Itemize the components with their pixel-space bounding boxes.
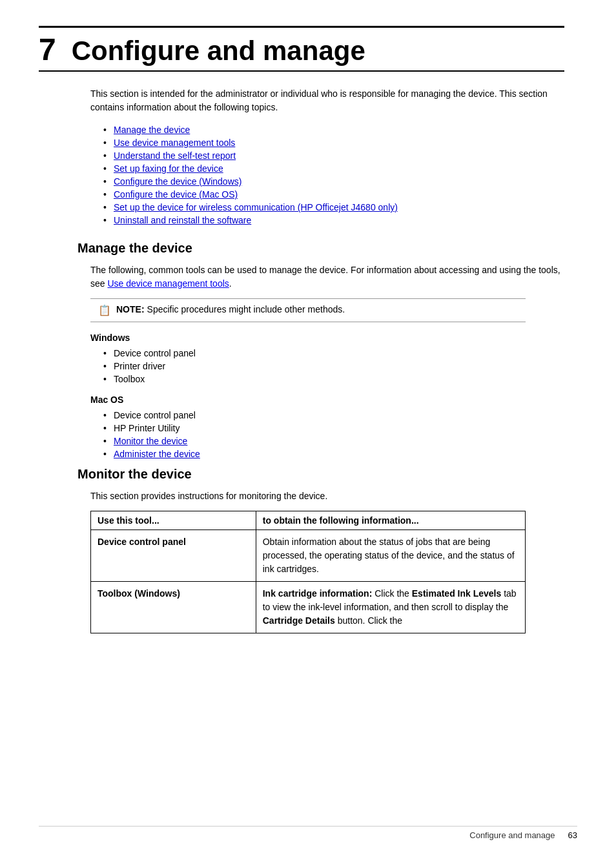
ink-cartridge-text3: button. Click the: [338, 615, 402, 626]
manage-description: The following, common tools can be used …: [90, 263, 564, 291]
list-item: Monitor the device: [103, 436, 564, 446]
intro-paragraph: This section is intended for the adminis…: [90, 87, 564, 114]
administer-device-link[interactable]: Administer the device: [114, 449, 200, 459]
monitor-heading: Monitor the device: [77, 467, 564, 482]
manage-desc-part2: .: [229, 278, 232, 289]
page-container: 7 Configure and manage This section is i…: [0, 0, 616, 672]
macos-heading: Mac OS: [90, 395, 564, 405]
toc-link-manage[interactable]: Manage the device: [114, 125, 190, 135]
monitor-table: Use this tool... to obtain the following…: [90, 511, 526, 633]
list-item: Configure the device (Windows): [103, 176, 564, 187]
table-row: Device control panel Obtain information …: [91, 530, 526, 582]
toc-link-configmac[interactable]: Configure the device (Mac OS): [114, 189, 238, 200]
chapter-title: Configure and manage: [72, 37, 365, 65]
chapter-number: 7: [39, 34, 56, 65]
page-footer: Configure and manage 63: [39, 826, 577, 840]
windows-heading: Windows: [90, 333, 564, 343]
footer-right: Configure and manage 63: [469, 830, 577, 840]
table-row: Toolbox (Windows) Ink cartridge informat…: [91, 582, 526, 633]
table-cell-info1: Obtain information about the status of j…: [256, 530, 525, 582]
list-item: Toolbox: [103, 374, 564, 384]
windows-list: Device control panel Printer driver Tool…: [103, 348, 564, 384]
manage-tools-link[interactable]: Use device management tools: [107, 278, 229, 289]
list-item: Set up the device for wireless communica…: [103, 202, 564, 212]
note-icon: 📋: [98, 304, 111, 316]
monitor-device-link[interactable]: Monitor the device: [114, 436, 187, 446]
list-item: Device control panel: [103, 410, 564, 420]
list-item: HP Printer Utility: [103, 423, 564, 433]
list-item: Uninstall and reinstall the software: [103, 215, 564, 225]
list-item: Use device management tools: [103, 138, 564, 148]
toc-link-wireless[interactable]: Set up the device for wireless communica…: [114, 202, 398, 212]
table-col1-header: Use this tool...: [91, 511, 256, 530]
toc-link-selftest[interactable]: Understand the self-test report: [114, 150, 236, 161]
manage-heading: Manage the device: [77, 241, 564, 256]
monitor-section: Monitor the device This section provides…: [39, 467, 564, 633]
list-item: Printer driver: [103, 361, 564, 371]
note-box: 📋 NOTE: Specific procedures might includ…: [90, 298, 526, 322]
estimated-ink-label: Estimated Ink Levels: [412, 588, 502, 599]
chapter-heading: 7 Configure and manage: [39, 34, 564, 72]
footer-page-number: 63: [568, 830, 577, 840]
list-item: Understand the self-test report: [103, 150, 564, 161]
ink-cartridge-text1: Click the: [375, 588, 412, 599]
ink-cartridge-label: Ink cartridge information:: [263, 588, 373, 599]
manage-section: Manage the device The following, common …: [39, 241, 564, 459]
cartridge-details-label: Cartridge Details: [263, 615, 335, 626]
footer-section-name: Configure and manage: [469, 830, 555, 840]
table-cell-tool2: Toolbox (Windows): [91, 582, 256, 633]
toc-link-faxing[interactable]: Set up faxing for the device: [114, 163, 223, 174]
toc-link-uninstall[interactable]: Uninstall and reinstall the software: [114, 215, 251, 225]
list-item: Set up faxing for the device: [103, 163, 564, 174]
list-item: Configure the device (Mac OS): [103, 189, 564, 200]
monitor-description: This section provides instructions for m…: [90, 489, 564, 503]
toc-list: Manage the device Use device management …: [103, 125, 564, 225]
table-col2-header: to obtain the following information...: [256, 511, 525, 530]
toc-link-tools[interactable]: Use device management tools: [114, 138, 235, 148]
list-item: Administer the device: [103, 449, 564, 459]
note-label: NOTE:: [116, 304, 145, 314]
top-border: [39, 26, 564, 28]
note-text: Specific procedures might include other …: [147, 304, 345, 314]
table-cell-info2: Ink cartridge information: Click the Est…: [256, 582, 525, 633]
list-item: Device control panel: [103, 348, 564, 358]
list-item: Manage the device: [103, 125, 564, 135]
table-cell-tool1: Device control panel: [91, 530, 256, 582]
macos-list: Device control panel HP Printer Utility …: [103, 410, 564, 459]
toc-link-configwin[interactable]: Configure the device (Windows): [114, 176, 241, 187]
